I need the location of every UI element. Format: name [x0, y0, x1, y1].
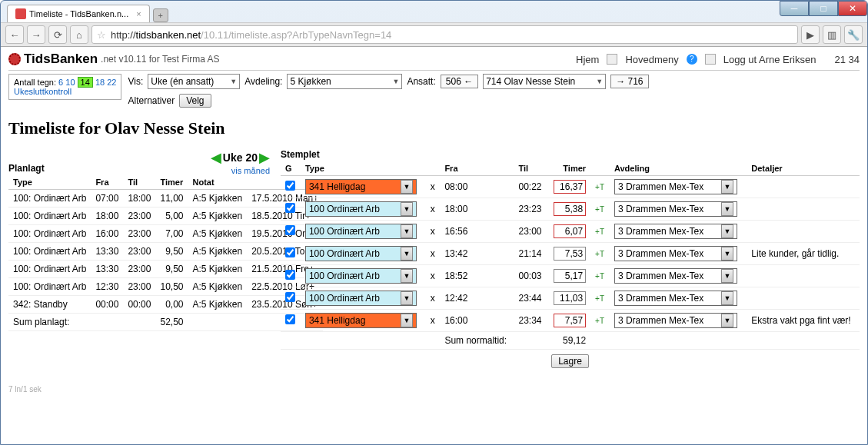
timer-input[interactable]: 16,37 — [554, 180, 586, 194]
avdeling-select[interactable]: 3 Drammen Mex-Tex▼ — [614, 313, 737, 328]
avdeling-select[interactable]: 3 Drammen Mex-Tex▼ — [614, 224, 737, 239]
add-row-button[interactable]: +T — [595, 250, 604, 258]
plan-fra: 13:30 — [91, 261, 123, 278]
ukesluttkontroll-link[interactable]: Ukesluttkontroll — [14, 87, 72, 96]
chevron-down-icon[interactable]: ▼ — [401, 291, 413, 305]
avdeling-select[interactable]: 3 Drammen Mex-Tex▼ — [614, 201, 737, 217]
timer-input[interactable]: 7,57 — [554, 314, 586, 327]
type-select[interactable]: 100 Ordinært Arb▼ — [305, 224, 417, 239]
hovedmeny-link[interactable]: Hovedmeny — [625, 54, 678, 65]
plan-notat: A:5 Kjøkken — [188, 278, 247, 296]
add-row-button[interactable]: +T — [595, 227, 604, 236]
maximize-button[interactable]: □ — [809, 1, 838, 16]
go-button[interactable]: ▶ — [801, 25, 820, 44]
forward-button[interactable]: → — [27, 25, 45, 44]
timer-input[interactable]: 6,07 — [554, 224, 586, 238]
add-row-button[interactable]: +T — [595, 272, 604, 281]
chevron-down-icon[interactable]: ▼ — [721, 224, 733, 238]
godkjent-checkbox[interactable] — [285, 203, 295, 213]
avdeling-select[interactable]: 3 Drammen Mex-Tex▼ — [614, 179, 737, 194]
add-row-button[interactable]: +T — [595, 205, 604, 214]
chevron-down-icon[interactable]: ▼ — [721, 180, 733, 194]
vis-select[interactable]: Uke (én ansatt)▼ — [148, 74, 240, 89]
tegn-10[interactable]: 10 — [65, 78, 75, 87]
type-select[interactable]: 100 Ordinært Arb▼ — [305, 268, 417, 284]
hjem-link[interactable]: Hjem — [576, 54, 599, 65]
tegn-18[interactable]: 18 — [95, 78, 105, 87]
col-fra: Fra — [91, 175, 123, 190]
stemplet-table: G Type Fra Til Timer Avdeling Detaljer 3… — [281, 161, 860, 370]
type-select[interactable]: 100 Ordinært Arb▼ — [305, 291, 417, 306]
col-til: Til — [123, 175, 155, 190]
type-select[interactable]: 341 Helligdag▼ — [305, 313, 417, 328]
page-menu-button[interactable]: ▥ — [823, 25, 841, 44]
lagre-button[interactable]: Lagre — [551, 354, 589, 368]
home-button[interactable]: ⌂ — [70, 25, 88, 44]
avdeling-select[interactable]: 3 Drammen Mex-Tex▼ — [614, 246, 737, 261]
chevron-down-icon[interactable]: ▼ — [401, 202, 413, 216]
next-ansatt-button[interactable]: → 716 — [610, 75, 648, 88]
godkjent-checkbox[interactable] — [285, 225, 295, 235]
timer-input[interactable]: 5,38 — [554, 202, 586, 216]
prev-week-button[interactable]: ◀ — [211, 149, 221, 166]
tegn-22[interactable]: 22 — [107, 78, 116, 87]
wrench-button[interactable]: 🔧 — [844, 25, 863, 44]
planlagt-title: Planlagt — [8, 163, 211, 174]
plan-fra: 13:30 — [91, 243, 123, 261]
godkjent-checkbox[interactable] — [285, 270, 295, 280]
avdeling-select[interactable]: 5 Kjøkken▼ — [287, 74, 402, 89]
godkjent-checkbox[interactable] — [285, 181, 295, 191]
chevron-down-icon[interactable]: ▼ — [721, 202, 733, 216]
next-week-button[interactable]: ▶ — [259, 149, 270, 166]
type-select[interactable]: 100 Ordinært Arb▼ — [305, 246, 417, 261]
godkjent-checkbox[interactable] — [285, 247, 295, 257]
close-button[interactable]: ✕ — [838, 1, 867, 16]
stem-til: 23:34 — [514, 310, 548, 332]
avdeling-select[interactable]: 3 Drammen Mex-Tex▼ — [614, 291, 737, 306]
chevron-down-icon[interactable]: ▼ — [721, 291, 733, 305]
table-row: 341 Helligdag▼ x 08:00 00:22 16,37 +T 3 … — [281, 176, 860, 198]
add-row-button[interactable]: +T — [595, 317, 604, 325]
avdeling-select[interactable]: 3 Drammen Mex-Tex▼ — [614, 268, 737, 284]
type-select[interactable]: 341 Helligdag▼ — [305, 179, 417, 194]
type-select[interactable]: 100 Ordinært Arb▼ — [305, 201, 417, 217]
tegn-6[interactable]: 6 — [58, 78, 63, 87]
browser-tab[interactable]: Timeliste - TidsBanken.n... × — [7, 5, 150, 22]
add-row-button[interactable]: +T — [595, 183, 604, 191]
chevron-down-icon[interactable]: ▼ — [401, 269, 413, 283]
stemplet-title: Stemplet — [281, 149, 860, 160]
godkjent-checkbox[interactable] — [285, 292, 295, 302]
reload-button[interactable]: ⟳ — [48, 25, 67, 44]
velg-button[interactable]: Velg — [179, 94, 211, 108]
chevron-down-icon[interactable]: ▼ — [401, 247, 413, 261]
controls-row: Antall tegn: 6 10 14 18 22 Ukesluttkontr… — [8, 74, 860, 108]
vis-maned-link[interactable]: vis måned — [211, 166, 270, 175]
prev-ansatt-button[interactable]: 506 ← — [441, 75, 478, 88]
minimize-button[interactable]: ─ — [780, 1, 809, 16]
app-header: TidsBanken.net v10.11 for Test Firma AS … — [8, 51, 860, 71]
add-row-button[interactable]: +T — [595, 294, 604, 303]
chevron-down-icon[interactable]: ▼ — [401, 314, 413, 327]
url-text: http://tidsbanken.net/10.11/timeliste.as… — [111, 29, 391, 41]
tab-title: Timeliste - TidsBanken.n... — [29, 9, 128, 18]
timer-input[interactable]: 5,17 — [554, 269, 586, 283]
chevron-down-icon[interactable]: ▼ — [401, 180, 413, 194]
help-icon[interactable]: ? — [687, 54, 697, 65]
tab-close-icon[interactable]: × — [136, 9, 141, 18]
chevron-down-icon[interactable]: ▼ — [401, 224, 413, 238]
chevron-down-icon[interactable]: ▼ — [721, 314, 733, 327]
url-bar[interactable]: ☆ http://tidsbanken.net/10.11/timeliste.… — [91, 25, 798, 44]
new-tab-button[interactable]: + — [153, 8, 168, 22]
back-button[interactable]: ← — [5, 25, 24, 44]
sum-normal-value: 59,12 — [547, 332, 590, 350]
timer-input[interactable]: 7,53 — [554, 247, 586, 261]
plan-timer: 11,00 — [155, 190, 188, 208]
chevron-down-icon[interactable]: ▼ — [721, 269, 733, 283]
star-icon[interactable]: ☆ — [97, 29, 106, 41]
chevron-down-icon[interactable]: ▼ — [721, 247, 733, 261]
logout-link[interactable]: Logg ut Arne Eriksen — [723, 54, 816, 65]
tegn-14[interactable]: 14 — [78, 77, 93, 88]
ansatt-select[interactable]: 714 Olav Nesse Stein▼ — [483, 74, 606, 89]
godkjent-checkbox[interactable] — [285, 314, 295, 324]
timer-input[interactable]: 11,03 — [554, 291, 586, 305]
